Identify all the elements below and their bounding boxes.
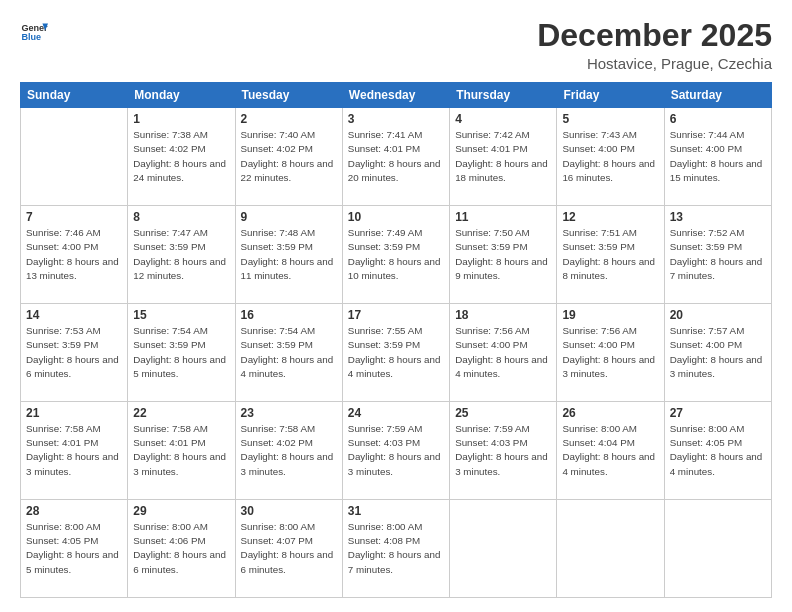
col-tuesday: Tuesday <box>235 83 342 108</box>
day-info: Sunrise: 7:47 AM Sunset: 3:59 PM Dayligh… <box>133 226 229 283</box>
calendar-table: Sunday Monday Tuesday Wednesday Thursday… <box>20 82 772 598</box>
day-number: 19 <box>562 308 658 322</box>
calendar-cell: 25Sunrise: 7:59 AM Sunset: 4:03 PM Dayli… <box>450 402 557 500</box>
day-info: Sunrise: 7:48 AM Sunset: 3:59 PM Dayligh… <box>241 226 337 283</box>
calendar-cell: 29Sunrise: 8:00 AM Sunset: 4:06 PM Dayli… <box>128 500 235 598</box>
day-number: 10 <box>348 210 444 224</box>
day-info: Sunrise: 7:40 AM Sunset: 4:02 PM Dayligh… <box>241 128 337 185</box>
calendar-week-row: 14Sunrise: 7:53 AM Sunset: 3:59 PM Dayli… <box>21 304 772 402</box>
day-number: 20 <box>670 308 766 322</box>
calendar-cell: 3Sunrise: 7:41 AM Sunset: 4:01 PM Daylig… <box>342 108 449 206</box>
calendar-cell: 31Sunrise: 8:00 AM Sunset: 4:08 PM Dayli… <box>342 500 449 598</box>
calendar-cell: 24Sunrise: 7:59 AM Sunset: 4:03 PM Dayli… <box>342 402 449 500</box>
day-number: 16 <box>241 308 337 322</box>
day-number: 13 <box>670 210 766 224</box>
col-monday: Monday <box>128 83 235 108</box>
col-friday: Friday <box>557 83 664 108</box>
day-number: 15 <box>133 308 229 322</box>
day-number: 12 <box>562 210 658 224</box>
svg-text:Blue: Blue <box>21 32 41 42</box>
day-info: Sunrise: 7:53 AM Sunset: 3:59 PM Dayligh… <box>26 324 122 381</box>
title-block: December 2025 Hostavice, Prague, Czechia <box>537 18 772 72</box>
calendar-cell: 2Sunrise: 7:40 AM Sunset: 4:02 PM Daylig… <box>235 108 342 206</box>
calendar-week-row: 1Sunrise: 7:38 AM Sunset: 4:02 PM Daylig… <box>21 108 772 206</box>
calendar-cell: 22Sunrise: 7:58 AM Sunset: 4:01 PM Dayli… <box>128 402 235 500</box>
page-title: December 2025 <box>537 18 772 53</box>
calendar-cell: 10Sunrise: 7:49 AM Sunset: 3:59 PM Dayli… <box>342 206 449 304</box>
day-info: Sunrise: 8:00 AM Sunset: 4:05 PM Dayligh… <box>670 422 766 479</box>
calendar-cell <box>21 108 128 206</box>
day-info: Sunrise: 7:54 AM Sunset: 3:59 PM Dayligh… <box>133 324 229 381</box>
calendar-cell <box>450 500 557 598</box>
calendar-cell: 18Sunrise: 7:56 AM Sunset: 4:00 PM Dayli… <box>450 304 557 402</box>
calendar-cell: 5Sunrise: 7:43 AM Sunset: 4:00 PM Daylig… <box>557 108 664 206</box>
header: General Blue December 2025 Hostavice, Pr… <box>20 18 772 72</box>
col-thursday: Thursday <box>450 83 557 108</box>
page-container: General Blue December 2025 Hostavice, Pr… <box>0 0 792 612</box>
day-number: 27 <box>670 406 766 420</box>
calendar-cell: 11Sunrise: 7:50 AM Sunset: 3:59 PM Dayli… <box>450 206 557 304</box>
day-number: 8 <box>133 210 229 224</box>
calendar-cell: 17Sunrise: 7:55 AM Sunset: 3:59 PM Dayli… <box>342 304 449 402</box>
day-info: Sunrise: 7:59 AM Sunset: 4:03 PM Dayligh… <box>455 422 551 479</box>
calendar-cell: 12Sunrise: 7:51 AM Sunset: 3:59 PM Dayli… <box>557 206 664 304</box>
day-number: 28 <box>26 504 122 518</box>
calendar-cell: 14Sunrise: 7:53 AM Sunset: 3:59 PM Dayli… <box>21 304 128 402</box>
day-info: Sunrise: 7:46 AM Sunset: 4:00 PM Dayligh… <box>26 226 122 283</box>
day-info: Sunrise: 7:44 AM Sunset: 4:00 PM Dayligh… <box>670 128 766 185</box>
day-number: 30 <box>241 504 337 518</box>
day-info: Sunrise: 8:00 AM Sunset: 4:06 PM Dayligh… <box>133 520 229 577</box>
calendar-week-row: 7Sunrise: 7:46 AM Sunset: 4:00 PM Daylig… <box>21 206 772 304</box>
calendar-cell <box>557 500 664 598</box>
calendar-cell: 21Sunrise: 7:58 AM Sunset: 4:01 PM Dayli… <box>21 402 128 500</box>
col-sunday: Sunday <box>21 83 128 108</box>
calendar-cell: 15Sunrise: 7:54 AM Sunset: 3:59 PM Dayli… <box>128 304 235 402</box>
calendar-week-row: 28Sunrise: 8:00 AM Sunset: 4:05 PM Dayli… <box>21 500 772 598</box>
day-info: Sunrise: 7:59 AM Sunset: 4:03 PM Dayligh… <box>348 422 444 479</box>
day-info: Sunrise: 7:57 AM Sunset: 4:00 PM Dayligh… <box>670 324 766 381</box>
day-info: Sunrise: 7:38 AM Sunset: 4:02 PM Dayligh… <box>133 128 229 185</box>
day-info: Sunrise: 7:56 AM Sunset: 4:00 PM Dayligh… <box>562 324 658 381</box>
day-info: Sunrise: 7:54 AM Sunset: 3:59 PM Dayligh… <box>241 324 337 381</box>
calendar-cell: 30Sunrise: 8:00 AM Sunset: 4:07 PM Dayli… <box>235 500 342 598</box>
day-info: Sunrise: 7:55 AM Sunset: 3:59 PM Dayligh… <box>348 324 444 381</box>
day-number: 5 <box>562 112 658 126</box>
day-info: Sunrise: 7:52 AM Sunset: 3:59 PM Dayligh… <box>670 226 766 283</box>
page-subtitle: Hostavice, Prague, Czechia <box>537 55 772 72</box>
day-number: 22 <box>133 406 229 420</box>
day-number: 31 <box>348 504 444 518</box>
day-info: Sunrise: 7:50 AM Sunset: 3:59 PM Dayligh… <box>455 226 551 283</box>
day-info: Sunrise: 7:58 AM Sunset: 4:01 PM Dayligh… <box>26 422 122 479</box>
day-number: 21 <box>26 406 122 420</box>
day-number: 9 <box>241 210 337 224</box>
day-number: 3 <box>348 112 444 126</box>
day-number: 17 <box>348 308 444 322</box>
day-number: 7 <box>26 210 122 224</box>
calendar-cell: 1Sunrise: 7:38 AM Sunset: 4:02 PM Daylig… <box>128 108 235 206</box>
day-number: 25 <box>455 406 551 420</box>
calendar-cell: 26Sunrise: 8:00 AM Sunset: 4:04 PM Dayli… <box>557 402 664 500</box>
calendar-cell: 28Sunrise: 8:00 AM Sunset: 4:05 PM Dayli… <box>21 500 128 598</box>
logo-icon: General Blue <box>20 18 48 46</box>
calendar-cell: 27Sunrise: 8:00 AM Sunset: 4:05 PM Dayli… <box>664 402 771 500</box>
day-number: 11 <box>455 210 551 224</box>
day-info: Sunrise: 7:41 AM Sunset: 4:01 PM Dayligh… <box>348 128 444 185</box>
day-number: 4 <box>455 112 551 126</box>
calendar-cell: 20Sunrise: 7:57 AM Sunset: 4:00 PM Dayli… <box>664 304 771 402</box>
day-number: 24 <box>348 406 444 420</box>
day-number: 14 <box>26 308 122 322</box>
calendar-cell: 8Sunrise: 7:47 AM Sunset: 3:59 PM Daylig… <box>128 206 235 304</box>
calendar-cell: 9Sunrise: 7:48 AM Sunset: 3:59 PM Daylig… <box>235 206 342 304</box>
calendar-cell: 16Sunrise: 7:54 AM Sunset: 3:59 PM Dayli… <box>235 304 342 402</box>
day-number: 26 <box>562 406 658 420</box>
day-number: 23 <box>241 406 337 420</box>
day-number: 1 <box>133 112 229 126</box>
day-info: Sunrise: 7:49 AM Sunset: 3:59 PM Dayligh… <box>348 226 444 283</box>
day-info: Sunrise: 8:00 AM Sunset: 4:05 PM Dayligh… <box>26 520 122 577</box>
day-info: Sunrise: 8:00 AM Sunset: 4:08 PM Dayligh… <box>348 520 444 577</box>
col-wednesday: Wednesday <box>342 83 449 108</box>
day-number: 18 <box>455 308 551 322</box>
day-info: Sunrise: 7:56 AM Sunset: 4:00 PM Dayligh… <box>455 324 551 381</box>
calendar-cell: 13Sunrise: 7:52 AM Sunset: 3:59 PM Dayli… <box>664 206 771 304</box>
calendar-cell: 4Sunrise: 7:42 AM Sunset: 4:01 PM Daylig… <box>450 108 557 206</box>
